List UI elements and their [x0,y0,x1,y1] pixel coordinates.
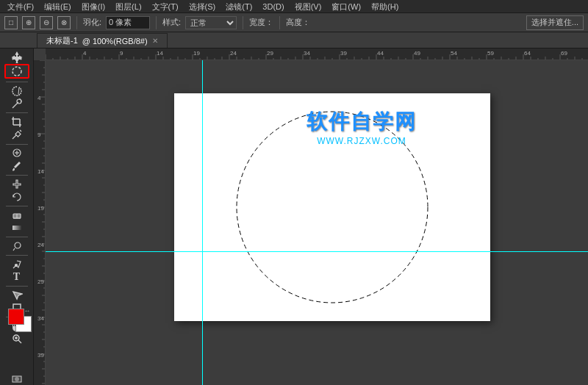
tool-divider-3 [6,144,28,145]
type-tool-btn[interactable]: T [4,271,29,283]
svg-text:14: 14 [37,168,44,175]
tab-close-btn[interactable]: ✕ [152,37,158,45]
tool-divider-4 [6,175,28,176]
pen-tool-btn[interactable] [4,258,29,270]
tab-bar: 未标题-1 @ 100%(RGB/8#) ✕ [0,32,588,48]
menu-filter[interactable]: 滤镜(T) [221,0,257,13]
clone-stamp-btn[interactable] [4,178,29,190]
menu-text[interactable]: 文字(T) [148,0,183,13]
svg-text:4: 4 [83,50,87,57]
path-selection-btn[interactable] [4,289,29,301]
width-label: 宽度： [249,17,273,28]
svg-rect-14 [15,132,20,137]
feather-input[interactable] [106,16,150,29]
tool-divider-5 [6,206,28,206]
options-intersect-selection[interactable]: ⊗ [57,16,71,29]
style-select[interactable]: 正常 固定比例 固定大小 [185,16,237,29]
svg-text:24: 24 [37,242,44,248]
dodge-btn[interactable] [4,240,29,252]
svg-text:19: 19 [193,50,200,57]
select-and-mask-btn[interactable]: 选择并遮住... [526,15,584,30]
divider-3 [243,16,243,29]
svg-line-15 [20,130,21,132]
divider-4 [279,16,280,29]
svg-text:69: 69 [561,50,567,57]
svg-text:54: 54 [451,50,457,57]
svg-line-3 [18,87,19,94]
healing-brush-btn[interactable] [4,147,29,159]
divider-1 [76,16,77,29]
menu-help[interactable]: 帮助(H) [367,0,403,13]
svg-text:9: 9 [37,132,41,138]
svg-text:24: 24 [230,50,237,57]
svg-line-7 [21,100,21,101]
tab-name: 未标题-1 [46,35,78,46]
svg-text:39: 39 [340,50,347,57]
left-ruler-canvas-area: 4914192429343944 软件自学网 [34,60,588,385]
lasso-tool-btn[interactable] [4,85,29,97]
history-brush-btn[interactable] [4,191,29,203]
svg-text:29: 29 [37,278,44,285]
move-tool-btn[interactable] [4,51,29,63]
svg-text:14: 14 [157,50,163,57]
menu-image[interactable]: 图像(I) [77,0,110,13]
swap-colors-btn[interactable]: ↔ [24,307,31,314]
svg-text:4: 4 [37,95,41,101]
document-canvas[interactable] [174,93,490,321]
svg-point-25 [15,264,17,266]
quick-mask-btn[interactable] [4,373,29,385]
toolbar: T [0,48,34,385]
options-new-selection[interactable]: □ [4,16,18,29]
brush-btn[interactable] [4,159,29,171]
svg-rect-22 [12,226,21,230]
color-swatches: ↔ [8,309,35,325]
svg-text:29: 29 [267,50,273,57]
document-tab[interactable]: 未标题-1 @ 100%(RGB/8#) ✕ [37,33,168,48]
menu-select[interactable]: 选择(S) [184,0,220,13]
svg-text:9: 9 [120,50,123,57]
svg-line-13 [12,135,16,139]
eyedropper-btn[interactable] [4,129,29,140]
top-ruler-svg: 4914192429343944495459646974 [46,48,588,60]
marquee-tool-btn[interactable] [4,64,29,79]
tool-divider-6 [6,237,28,237]
options-add-selection[interactable]: ⊕ [22,16,35,29]
ruler-container: 4914192429343944495459646974 49141924293… [34,48,588,385]
tool-divider-2 [6,112,28,113]
main-area: T [0,48,588,385]
tool-divider-7 [6,255,28,256]
gradient-btn[interactable] [4,222,29,234]
fg-color-swatch[interactable] [8,309,24,325]
svg-rect-126 [34,60,46,385]
eraser-btn[interactable] [4,209,29,220]
canvas-area[interactable]: 软件自学网 WWW.RJZXW.COM [46,60,588,385]
svg-text:64: 64 [524,50,531,57]
zoom-tool-btn[interactable] [4,333,29,345]
left-ruler: 4914192429343944 [34,60,46,385]
svg-rect-33 [46,48,588,60]
menu-view[interactable]: 视图(V) [290,0,326,13]
menu-3d[interactable]: 3D(D) [258,0,288,13]
menu-window[interactable]: 窗口(W) [327,0,365,13]
style-label: 样式: [162,17,181,28]
svg-text:34: 34 [304,50,310,57]
svg-text:44: 44 [377,50,384,57]
menu-edit[interactable]: 编辑(E) [40,0,76,13]
svg-point-32 [15,377,19,381]
tab-info: @ 100%(RGB/8#) [82,37,148,46]
svg-line-24 [13,248,15,251]
menu-layer[interactable]: 图层(L) [111,0,146,13]
svg-line-28 [18,340,21,343]
svg-text:19: 19 [37,205,44,212]
svg-text:49: 49 [414,50,420,57]
menu-file[interactable]: 文件(F) [3,0,38,13]
height-label: 高度： [286,17,310,28]
divider-2 [156,16,157,29]
options-subtract-selection[interactable]: ⊖ [40,16,53,29]
top-ruler: 4914192429343944495459646974 [46,48,588,60]
left-ruler-svg: 4914192429343944 [34,60,46,385]
magic-wand-btn[interactable] [4,98,29,109]
crop-tool-btn[interactable] [4,116,29,128]
options-bar: □ ⊕ ⊖ ⊗ 羽化: 样式: 正常 固定比例 固定大小 宽度： 高度： 选择并… [0,13,588,32]
menu-bar: 文件(F) 编辑(E) 图像(I) 图层(L) 文字(T) 选择(S) 滤镜(T… [0,0,588,13]
